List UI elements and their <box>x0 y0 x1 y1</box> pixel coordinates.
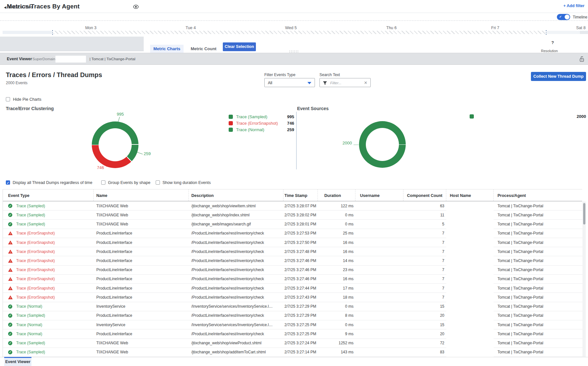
collect-thread-dump-button[interactable]: Collect New Thread Dump <box>531 72 586 81</box>
filter-type-dropdown[interactable]: All <box>264 78 315 87</box>
search-input[interactable]: Filter... ✕ <box>319 78 371 87</box>
table-row[interactable]: !Trace (ErrorSnapshot)ProductLineInterfa… <box>3 293 582 302</box>
timeline-toggle[interactable]: ✓ <box>557 14 570 20</box>
column-header[interactable]: Event Type <box>3 189 94 201</box>
table-row[interactable]: !Trace (ErrorSnapshot)ProductLineInterfa… <box>3 238 582 247</box>
event-type-label: Trace (Sampled) <box>16 222 45 226</box>
breadcrumb-domain[interactable]: SuperDomain <box>32 57 55 61</box>
error-triangle-icon: ! <box>8 295 13 299</box>
cell-username <box>355 211 403 220</box>
cell-username <box>355 293 403 302</box>
legend-item[interactable]: Trace (ErrorSnapshot)746 <box>229 121 294 126</box>
column-header[interactable]: Host Name <box>446 189 494 201</box>
table-row[interactable]: !Trace (ErrorSnapshot)ProductLineInterfa… <box>3 229 582 238</box>
legend-swatch <box>229 128 233 132</box>
cell-process-agent: Tomcat | TixChange-Portal <box>494 256 582 265</box>
scrollbar-thumb[interactable] <box>583 203 585 224</box>
cell-name: ProductLineInterface <box>94 229 189 238</box>
table-row[interactable]: ✓Trace (Normal)InventoryService/Inventor… <box>3 320 582 329</box>
section-title: Traces / Errors / Thread Dumps <box>6 71 102 79</box>
column-header[interactable]: Duration <box>318 189 355 201</box>
events-table: Event TypeNameDescriptionTime StampDurat… <box>3 189 582 357</box>
table-row[interactable]: ✓Trace (Sampled)TIXCHANGE Web/jtixchange… <box>3 339 582 348</box>
table-row[interactable]: ✓Trace (Normal)ProductLineInterface/Prod… <box>3 329 582 338</box>
event-type-label: Trace (Normal) <box>16 304 42 309</box>
column-header[interactable]: Process/Agent <box>494 189 582 201</box>
event-sources-donut-chart[interactable] <box>359 121 406 168</box>
cell-timestamp: 2/7/25 3:28:01 PM <box>283 220 318 229</box>
error-triangle-icon: ! <box>8 259 13 263</box>
table-row[interactable]: ✓Trace (Sampled)TIXCHANGE Web/jtixchange… <box>3 220 582 229</box>
clear-selection-button[interactable]: Clear Selection <box>223 42 256 51</box>
table-row[interactable]: ✓Trace (Normal)InventoryService/Inventor… <box>3 302 582 311</box>
timeline-date-label: Fri 7 <box>491 26 499 30</box>
legend-item[interactable]: Trace (Normal)259 <box>229 127 294 132</box>
table-row[interactable]: ✓Trace (Sampled)ProductLineInterface/Pro… <box>3 311 582 320</box>
eye-icon[interactable] <box>133 5 139 10</box>
cell-component-count: 7 <box>403 229 446 238</box>
table-row[interactable]: ✓Trace (Sampled)TIXCHANGE Web/jtixchange… <box>3 211 582 220</box>
clear-search-icon[interactable]: ✕ <box>364 80 367 85</box>
table-row[interactable]: !Trace (ErrorSnapshot)ProductLineInterfa… <box>3 247 582 256</box>
cell-event-type: !Trace (ErrorSnapshot) <box>3 256 94 265</box>
error-triangle-icon: ! <box>8 286 13 290</box>
tab-metric-count[interactable]: Metric Count <box>187 45 220 53</box>
cell-timestamp: 2/7/25 3:28:02 PM <box>283 211 318 220</box>
pane-resize-grip-icon[interactable] <box>289 50 299 53</box>
event-type-label: Trace (Normal) <box>16 323 42 327</box>
cell-event-type: ✓Trace (Sampled) <box>3 211 94 220</box>
add-filter-link[interactable]: + Add filter <box>563 4 584 8</box>
legend-value: 995 <box>280 114 294 119</box>
column-header[interactable]: Component Count <box>403 189 446 201</box>
table-row[interactable]: !Trace (ErrorSnapshot)ProductLineInterfa… <box>3 266 582 275</box>
option-checkbox[interactable] <box>101 180 105 185</box>
cell-username <box>355 311 403 320</box>
toggle-knob <box>565 15 570 19</box>
legend-item[interactable]: Trace (Sampled)995 <box>229 114 294 119</box>
timeline-range-left[interactable] <box>3 31 52 34</box>
help-icon[interactable]: ? <box>551 40 554 45</box>
cell-host-name <box>446 302 494 311</box>
timeline-range-end-block <box>580 31 588 34</box>
cell-host-name <box>446 293 494 302</box>
event-sources-title: Event Sources <box>297 106 329 111</box>
event-type-label: Trace (ErrorSnapshot) <box>16 249 55 254</box>
timeline-selected-range[interactable] <box>54 31 545 34</box>
tab-event-viewer[interactable]: Event Viewer <box>4 357 31 366</box>
cell-component-count: 5 <box>403 220 446 229</box>
table-row[interactable]: !Trace (ErrorSnapshot)ProductLineInterfa… <box>3 275 582 284</box>
cell-host-name <box>446 247 494 256</box>
timeline-toggle-label: Timeline <box>573 15 587 19</box>
table-row[interactable]: !Trace (ErrorSnapshot)ProductLineInterfa… <box>3 284 582 293</box>
cell-component-count: 63 <box>403 201 446 211</box>
filter-type-value: All <box>268 81 272 85</box>
table-row[interactable]: ✓Trace (Sampled)TIXCHANGE Web/jtixchange… <box>3 201 582 211</box>
option-checkbox[interactable]: ✓ <box>6 180 10 185</box>
lock-icon[interactable] <box>580 56 584 63</box>
table-row[interactable]: !Trace (ErrorSnapshot)ProductLineInterfa… <box>3 256 582 265</box>
cell-username <box>355 302 403 311</box>
cell-process-agent: Tomcat | TixChange-Portal <box>494 266 582 275</box>
column-header[interactable]: Time Stamp <box>283 189 318 201</box>
cell-process-agent: Tomcat | TixChange-Portal <box>494 275 582 284</box>
option-checkbox[interactable] <box>156 180 160 185</box>
breadcrumb-input[interactable] <box>55 55 86 63</box>
collapse-arrow-icon[interactable]: ◀ <box>4 6 6 9</box>
callout-normal: 259 <box>144 151 151 156</box>
column-header[interactable]: Description <box>189 189 283 201</box>
check-circle-icon: ✓ <box>8 341 12 345</box>
column-header[interactable]: Name <box>94 189 189 201</box>
metrics-tree-header[interactable]: ◀Metrics Tree <box>4 5 32 9</box>
hide-pie-charts-checkbox[interactable] <box>6 97 10 101</box>
table-row[interactable]: ✓Trace (Sampled)TIXCHANGE Web/jtixchange… <box>3 348 582 357</box>
breadcrumb-path[interactable]: | Tomcat | TixChange-Portal <box>90 57 135 61</box>
tab-metric-charts[interactable]: Metric Charts <box>150 45 184 53</box>
clustering-donut-chart[interactable] <box>92 121 138 168</box>
option-label: Display all Thread Dumps regardless of t… <box>13 180 92 185</box>
column-header[interactable]: Username <box>355 189 403 201</box>
cell-event-type: ✓Trace (Normal) <box>3 302 94 311</box>
scrollbar-track[interactable] <box>582 201 586 357</box>
timeline-left-handle-icon[interactable] <box>52 30 53 35</box>
app-header <box>0 0 588 13</box>
cell-process-agent: Tomcat | TixChange-Portal <box>494 311 582 320</box>
